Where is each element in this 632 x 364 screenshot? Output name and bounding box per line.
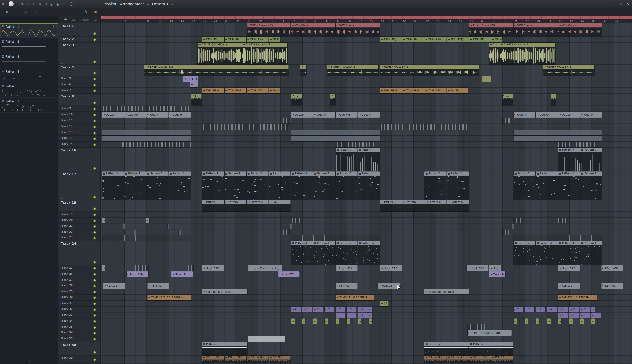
clip-fisher-vocals-1[interactable]: ↦FISHER (Vocals) (1) (327, 65, 379, 76)
clip-t[interactable]: ↦T.. (514, 307, 523, 312)
clip-unnamed[interactable]: ↦ (336, 318, 339, 324)
clip-unnamed[interactable]: ↦ (324, 318, 328, 324)
track-header-32[interactable]: Track 32 (58, 307, 101, 312)
clip-pattern-4[interactable]: ▤Pattern 4 (313, 241, 335, 265)
clip-t[interactable]: ↦T.. (525, 307, 534, 312)
clip-ksh-03[interactable]: ↦KSH..03 (103, 283, 125, 289)
clip-ds-n-g[interactable]: ↦DS_..n_G# (469, 356, 491, 363)
clip-pattern-1[interactable]: ▤Pattern 1 (124, 172, 146, 200)
track-lane-25[interactable] (101, 265, 632, 271)
track-header-21[interactable]: Track 21 (58, 224, 101, 230)
clip-tps-pm[interactable]: ↦TPS-..PM) (469, 36, 491, 42)
clip-pattern-7[interactable]: ▤Pattern 7 (336, 148, 357, 171)
clip-unnamed[interactable] (291, 136, 379, 142)
clip-unnamed[interactable] (380, 124, 468, 130)
clip-pattern-4[interactable]: ▤Pattern 4 (358, 241, 379, 265)
clip-pattern-7[interactable]: ▤Pattern 7 (358, 148, 379, 171)
clip-odd-f-m[interactable]: ↦Odd F.M (336, 112, 357, 118)
clip-tam-bpm[interactable]: ↦TAM..BPM (202, 88, 224, 94)
clip-unnamed[interactable]: ↦ (514, 318, 517, 324)
clip-pattern-2[interactable]: ▤Pattern 2 (202, 342, 248, 355)
clip-pattern-4[interactable]: ▤Pattern 4 (558, 241, 580, 265)
track-header-22[interactable]: Track 22 (58, 230, 101, 235)
clip-pattern-1[interactable]: ▤Pattern 1 (425, 172, 447, 200)
clip-unnamed[interactable]: ↦ (580, 318, 584, 324)
clip-unnamed[interactable] (187, 265, 193, 271)
track-mute-led[interactable] (94, 332, 96, 334)
channel-rack-icon[interactable]: ▦ (6, 10, 9, 14)
clip-unnamed[interactable]: ↦ (330, 94, 335, 106)
track-lane-20[interactable] (101, 218, 632, 224)
track-header-28[interactable]: Track 28 (58, 283, 101, 289)
track-mute-led[interactable] (94, 144, 96, 146)
track-mute-led[interactable] (94, 326, 96, 328)
clip-fisher-vocals-1[interactable]: ↦FISHER (Vocals) (1) (543, 65, 594, 76)
breadcrumb-pattern[interactable]: Pattern 1 (152, 2, 168, 6)
clip-pattern-1[interactable]: ▤Pattern 1 (447, 172, 469, 200)
clip-pattern-1[interactable]: ▤Pattern 1 (224, 172, 246, 200)
track-collapse-dots[interactable]: … (61, 262, 64, 265)
track-lane-5[interactable] (101, 76, 632, 82)
clip-unnamed[interactable]: ↦ (358, 318, 361, 324)
track-mute-led[interactable] (94, 352, 96, 354)
track-header-6[interactable]: Track 6 (58, 82, 101, 88)
clip-ksh-03[interactable]: ↦KSH..03 (336, 283, 357, 289)
clip-unnamed[interactable] (514, 136, 602, 142)
clip-ksh-03[interactable]: ↦KSH..03 (378, 283, 400, 289)
clip-t[interactable]: ↦T.. (591, 312, 601, 318)
clip-t[interactable]: ↦T.. (313, 307, 323, 312)
clip-evosound-rs-basic[interactable]: ↦EvoSound..rs -Basic (425, 289, 469, 294)
clip-pattern-1[interactable]: ▤Pattern 1 (313, 172, 335, 200)
clip-t[interactable]: ↦T.. (580, 312, 590, 318)
clip-unnamed[interactable] (512, 224, 514, 229)
track-mute-led[interactable] (94, 38, 96, 40)
zoom-tool-icon[interactable]: ◎ (50, 0, 53, 8)
track-mute-led[interactable] (94, 78, 96, 80)
clip-tps-pm[interactable]: ↦TPS-..PM) (402, 36, 424, 42)
track-mute-led[interactable] (94, 261, 96, 264)
clip-unnamed[interactable]: ↦ (102, 265, 105, 271)
clip-ds-t-asic[interactable]: ↦DS_T..asic (336, 265, 357, 271)
track-lane-27[interactable] (101, 278, 632, 283)
clip-tps-pm[interactable]: ↦TPS-..PM) (224, 36, 246, 42)
clip-t[interactable]: ↦T.. (324, 307, 334, 312)
track-header-7[interactable]: Track 7 (58, 88, 101, 94)
clip-vox-chops[interactable]: ↦VOX Chops (336, 24, 380, 36)
clip-ds-g[interactable]: ↦DS..G# (491, 356, 513, 363)
clip-t[interactable]: ↦T.. (336, 307, 345, 312)
clip-ds-t-asic[interactable]: ↦DS_T..asic (380, 265, 402, 271)
add-pattern-button[interactable]: + (28, 358, 31, 362)
clip-unnamed[interactable]: ↦ (368, 312, 372, 318)
track-mute-led[interactable] (94, 220, 96, 222)
track-mute-led[interactable] (94, 291, 96, 293)
clip-tps-pm[interactable]: ↦TPS-..PM) (380, 36, 402, 42)
clip-unnamed[interactable] (502, 230, 509, 234)
clip-unnamed[interactable] (291, 235, 379, 241)
clip-unnamed[interactable] (123, 224, 125, 229)
track-header-38[interactable]: Track 38 (58, 342, 101, 356)
clip-thm-flow-vox[interactable]: ↦THM - Flow - VOX (247, 24, 291, 36)
clip-unnamed[interactable]: ↦ (313, 318, 317, 324)
clip-s[interactable]: ↦S.. (191, 94, 201, 106)
pattern-info-badge[interactable]: i (53, 25, 56, 28)
track-mute-led[interactable] (94, 72, 96, 74)
clip-t[interactable]: ↦T.. (569, 307, 579, 312)
pattern-item-pattern-6[interactable]: ▤Pattern 6 (0, 83, 58, 98)
clip-ds-n-g[interactable]: ↦DS_..n_G# (247, 356, 268, 363)
clip-ds-ic[interactable]: ↦DS_..ic (489, 265, 501, 271)
track-header-25[interactable]: Track 25 (58, 265, 101, 271)
clip-t[interactable]: ↦T.. (558, 312, 568, 318)
clip-unnamed[interactable] (102, 106, 190, 112)
track-collapse-dots[interactable]: … (61, 61, 64, 64)
track-lane-12[interactable] (101, 124, 632, 130)
clip-fisher-vocals-1[interactable]: ↦FISHER (Vocals) (1) (500, 43, 555, 64)
clip-t[interactable]: ↦T.. (302, 307, 312, 312)
track-header-35[interactable]: Track 35 (58, 324, 101, 330)
track-mute-led[interactable] (94, 168, 96, 170)
clip-evosound-rs-basic[interactable]: ↦EvoSound..rs -Basic (202, 289, 248, 294)
track-mute-led[interactable] (94, 285, 96, 287)
track-mute-led[interactable] (94, 320, 96, 322)
clip-vox-chops[interactable]: ↦VOX Chops (291, 24, 335, 36)
track-mute-led[interactable] (94, 196, 96, 198)
clip-pattern-6[interactable]: ▤Pattern 6 (224, 200, 246, 211)
